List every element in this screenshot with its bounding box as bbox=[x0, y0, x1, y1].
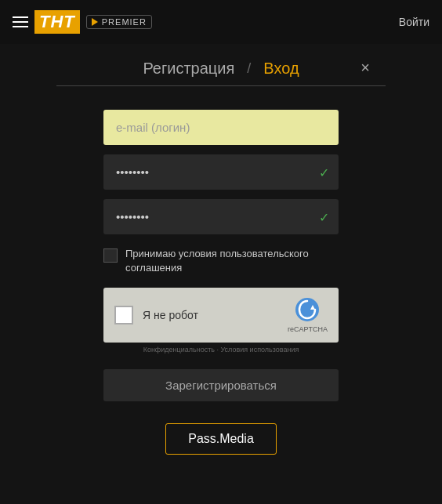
recaptcha-container: Я не робот reCAPTCHA Конфиденциальность … bbox=[103, 285, 339, 354]
tab-register[interactable]: Регистрация bbox=[143, 60, 234, 78]
password1-input[interactable] bbox=[103, 154, 339, 190]
password2-wrapper: ✓ bbox=[103, 199, 339, 234]
modal-header: Регистрация / Вход × bbox=[72, 44, 370, 85]
email-input[interactable] bbox=[103, 110, 339, 145]
recaptcha-box: Я не робот reCAPTCHA bbox=[103, 288, 339, 343]
password1-wrapper: ✓ bbox=[103, 154, 339, 190]
terms-checkbox-row: Принимаю условия пользовательского согла… bbox=[103, 247, 339, 275]
register-button[interactable]: Зарегистрироваться bbox=[103, 369, 339, 401]
close-button[interactable]: × bbox=[360, 60, 370, 75]
modal-tabs: Регистрация / Вход bbox=[143, 60, 299, 78]
hamburger-menu[interactable] bbox=[13, 16, 28, 27]
recaptcha-logo-icon bbox=[295, 297, 320, 322]
tab-login[interactable]: Вход bbox=[263, 60, 299, 78]
pass-media-container: Pass.Media bbox=[103, 411, 339, 455]
terms-label: Принимаю условия пользовательского согла… bbox=[125, 247, 339, 275]
login-button[interactable]: Войти bbox=[399, 16, 429, 28]
recaptcha-left: Я не робот bbox=[114, 306, 198, 325]
check2-icon: ✓ bbox=[319, 209, 329, 224]
header: ТНТ PREMIER Войти bbox=[0, 0, 442, 44]
premier-logo: PREMIER bbox=[86, 15, 152, 29]
recaptcha-label: Я не робот bbox=[143, 309, 198, 321]
modal-overlay: Регистрация / Вход × ✓ ✓ Принимаю услови… bbox=[0, 44, 442, 504]
registration-form: ✓ ✓ Принимаю условия пользовательского с… bbox=[103, 110, 339, 455]
pass-media-button[interactable]: Pass.Media bbox=[165, 423, 277, 455]
tab-divider: / bbox=[247, 60, 251, 77]
header-left: ТНТ PREMIER bbox=[13, 10, 152, 34]
recaptcha-right: reCAPTCHA bbox=[288, 297, 328, 333]
play-icon bbox=[92, 18, 98, 26]
check1-icon: ✓ bbox=[319, 165, 329, 179]
password2-input[interactable] bbox=[103, 199, 339, 234]
recaptcha-brand-text: reCAPTCHA bbox=[288, 325, 328, 333]
recaptcha-checkbox[interactable] bbox=[114, 306, 133, 325]
modal-separator bbox=[56, 85, 386, 86]
premier-text: PREMIER bbox=[102, 17, 147, 27]
recaptcha-privacy-text: Конфиденциальность · Условия использован… bbox=[103, 346, 339, 354]
terms-checkbox[interactable] bbox=[103, 248, 118, 263]
tnt-logo: ТНТ bbox=[34, 10, 80, 34]
